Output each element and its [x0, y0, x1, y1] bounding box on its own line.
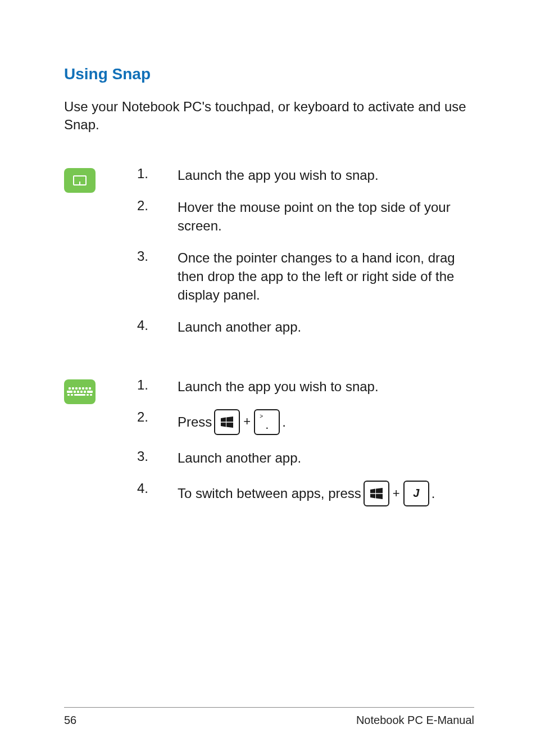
step-text: Launch the app you wish to snap. [178, 377, 379, 396]
press-label: Press [178, 413, 212, 431]
step-number: 2. [137, 409, 178, 425]
svg-marker-3 [226, 422, 233, 427]
step-row: 4. To switch between apps, press + J . [137, 481, 474, 506]
keyboard-section: 1. Launch the app you wish to snap. 2. P… [64, 377, 474, 520]
step-row: 1. Launch the app you wish to snap. [137, 166, 474, 184]
windows-key-icon [364, 481, 389, 506]
step-number: 1. [137, 166, 178, 182]
svg-marker-2 [221, 422, 226, 427]
step-number: 2. [137, 198, 178, 214]
sentence-end: . [282, 413, 286, 431]
svg-marker-5 [376, 488, 383, 493]
svg-marker-4 [370, 488, 375, 493]
windows-key-icon [214, 409, 240, 435]
step-row: 2. Press + > . . [137, 409, 474, 435]
period-label: . [265, 419, 269, 431]
sentence-end: . [431, 484, 435, 503]
touchpad-steps: 1. Launch the app you wish to snap. 2. H… [137, 166, 474, 350]
period-key-icon: > . [254, 409, 280, 435]
svg-marker-1 [226, 417, 233, 422]
step-text: Launch another app. [178, 318, 301, 336]
intro-paragraph: Use your Notebook PC's touchpad, or keyb… [64, 98, 474, 134]
step-row: 3. Launch another app. [137, 449, 474, 467]
step-number: 4. [137, 318, 178, 333]
switch-label: To switch between apps, press [178, 484, 361, 503]
plus-sign: + [243, 413, 251, 430]
step-text: Launch another app. [178, 449, 301, 467]
svg-marker-6 [370, 494, 375, 498]
step-text: To switch between apps, press + J . [178, 481, 435, 506]
step-row: 4. Launch another app. [137, 318, 474, 336]
step-number: 3. [137, 449, 178, 464]
step-number: 4. [137, 481, 178, 496]
j-key-icon: J [403, 481, 429, 506]
keyboard-steps: 1. Launch the app you wish to snap. 2. P… [137, 377, 474, 520]
page-number: 56 [64, 714, 76, 727]
svg-marker-7 [376, 494, 383, 499]
manual-title: Notebook PC E-Manual [356, 714, 474, 727]
svg-marker-0 [221, 417, 226, 422]
icon-column [64, 377, 137, 404]
step-row: 3. Once the pointer changes to a hand ic… [137, 248, 474, 304]
touchpad-section: 1. Launch the app you wish to snap. 2. H… [64, 166, 474, 350]
page-footer: 56 Notebook PC E-Manual [64, 714, 474, 727]
footer-divider [64, 707, 474, 708]
step-number: 1. [137, 377, 178, 393]
step-text: Press + > . . [178, 409, 286, 435]
step-row: 2. Hover the mouse point on the top side… [137, 198, 474, 235]
step-text: Hover the mouse point on the top side of… [178, 198, 474, 235]
section-heading: Using Snap [64, 65, 474, 83]
icon-column [64, 166, 137, 193]
step-text: Once the pointer changes to a hand icon,… [178, 248, 474, 304]
step-text: Launch the app you wish to snap. [178, 166, 379, 184]
step-number: 3. [137, 248, 178, 264]
step-row: 1. Launch the app you wish to snap. [137, 377, 474, 396]
plus-sign: + [393, 485, 400, 502]
touchpad-icon [64, 168, 96, 193]
greater-than-label: > [260, 413, 263, 420]
keyboard-icon [64, 379, 96, 404]
